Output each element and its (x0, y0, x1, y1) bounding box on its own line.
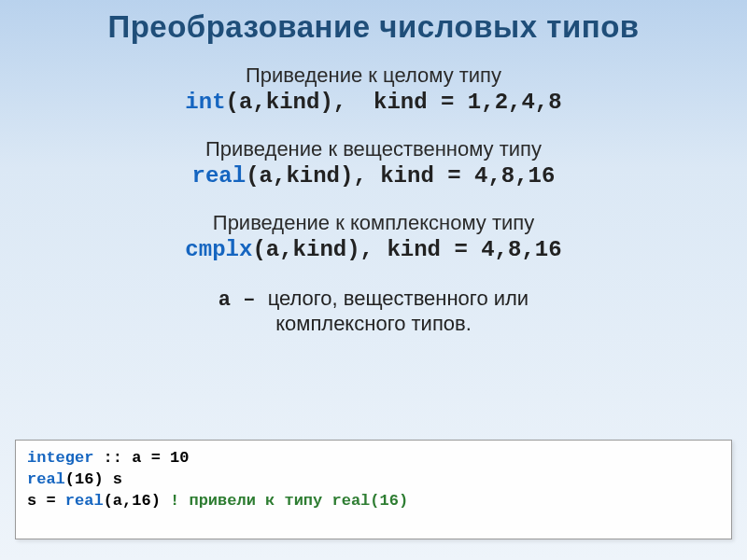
cmplx-rest: (a,kind), kind = 4,8,16 (252, 237, 561, 262)
slide: Преобразование числовых типов Приведение… (0, 0, 747, 560)
int-rest: (a,kind), kind = 1,2,4,8 (226, 90, 562, 115)
code-line3-rest: (a,16) (104, 492, 170, 510)
int-code-line: int(a,kind), kind = 1,2,4,8 (37, 90, 710, 115)
code-line2-rest: (16) s (65, 470, 122, 488)
footnote-text2: комплексного типов. (275, 312, 472, 335)
code-line-3: s = real(a,16) ! привели к типу real(16) (27, 491, 720, 512)
code-line3-indent: s = (27, 492, 65, 510)
code-comment: ! привели к типу real(16) (170, 492, 408, 510)
real-code-line: real(a,kind), kind = 4,8,16 (37, 163, 710, 189)
real-section-label: Приведение к вещественному типу (37, 137, 710, 161)
code-example-box: integer :: a = 10 real(16) s s = real(a,… (15, 440, 732, 539)
real-keyword: real (192, 163, 247, 189)
slide-content: Приведение к целому типу int(a,kind), ki… (0, 45, 747, 336)
int-keyword: int (185, 90, 225, 115)
footnote-text1: целого, вещественного или (268, 287, 529, 310)
spacer (37, 189, 710, 202)
code-kw-real: real (27, 470, 65, 488)
int-section-label: Приведение к целому типу (37, 63, 710, 88)
cmplx-section-label: Приведение к комплексному типу (37, 211, 710, 235)
code-line-2: real(16) s (27, 469, 720, 491)
footnote-var: a (218, 288, 231, 312)
spacer (37, 115, 710, 128)
code-line1-rest: :: a = 10 (93, 449, 189, 467)
slide-title: Преобразование числовых типов (0, 0, 747, 45)
code-kw-real-call: real (65, 492, 104, 510)
code-line-1: integer :: a = 10 (27, 448, 720, 469)
code-kw-integer: integer (27, 449, 93, 467)
real-rest: (a,kind), kind = 4,8,16 (246, 163, 555, 189)
cmplx-code-line: cmplx(a,kind), kind = 4,8,16 (37, 237, 710, 262)
footnote: a – целого, вещественного или комплексно… (37, 287, 710, 336)
cmplx-keyword: cmplx (185, 237, 252, 262)
spacer (37, 262, 710, 275)
footnote-dash: – (231, 288, 268, 312)
